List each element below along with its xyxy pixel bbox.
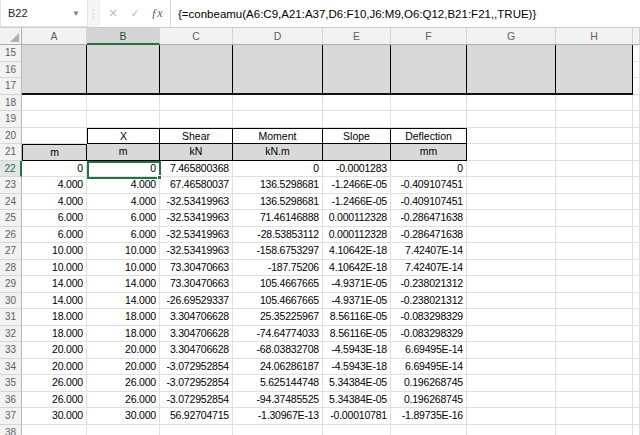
cell-F36[interactable]: 0.196268745	[391, 392, 467, 409]
cell-H28[interactable]	[556, 260, 633, 277]
cell-D16[interactable]	[233, 62, 323, 79]
cell-E19[interactable]	[323, 111, 391, 128]
cell-G32[interactable]	[467, 326, 556, 343]
cell-D24[interactable]: 136.5298681	[233, 194, 323, 211]
row-header-20[interactable]: 20	[0, 128, 22, 145]
cell-H33[interactable]	[556, 342, 633, 359]
column-header-D[interactable]: D	[233, 28, 323, 45]
cell-B33[interactable]: 20.000	[87, 342, 160, 359]
cell-G20[interactable]	[467, 128, 556, 145]
cell-H23[interactable]	[556, 177, 633, 194]
cell-E32[interactable]: 8.56116E-05	[323, 326, 391, 343]
cell-B35[interactable]: 26.000	[87, 375, 160, 392]
formula-bar-input[interactable]: {=conbeamu(A6:C9,A21:A37,D6:F10,J6:M9,O6…	[170, 0, 640, 27]
cell-E23[interactable]: -1.2466E-05	[323, 177, 391, 194]
cell-D28[interactable]: -187.75206	[233, 260, 323, 277]
cell-C16[interactable]	[160, 62, 233, 79]
cell-partial-15[interactable]	[633, 45, 640, 62]
cell-G35[interactable]	[467, 375, 556, 392]
cell-G17[interactable]	[467, 78, 556, 95]
row-header-32[interactable]: 32	[0, 326, 22, 343]
cell-D37[interactable]: -1.30967E-13	[233, 408, 323, 425]
cell-A19[interactable]	[22, 111, 87, 128]
row-header-16[interactable]: 16	[0, 62, 22, 79]
cell-D32[interactable]: -74.64774033	[233, 326, 323, 343]
column-header-B[interactable]: B	[87, 28, 160, 45]
cell-F22[interactable]: 0	[391, 161, 467, 178]
row-header-31[interactable]: 31	[0, 309, 22, 326]
cell-B15[interactable]	[87, 45, 160, 62]
cell-G16[interactable]	[467, 62, 556, 79]
cell-partial-27[interactable]	[633, 243, 640, 260]
cell-F32[interactable]: -0.083298329	[391, 326, 467, 343]
cell-E16[interactable]	[323, 62, 391, 79]
cell-D30[interactable]: 105.4667665	[233, 293, 323, 310]
cell-partial-37[interactable]	[633, 408, 640, 425]
cell-F15[interactable]	[391, 45, 467, 62]
cell-A35[interactable]: 26.000	[22, 375, 87, 392]
cell-C37[interactable]: 56.92704715	[160, 408, 233, 425]
cell-F26[interactable]: -0.286471638	[391, 227, 467, 244]
cell-partial-36[interactable]	[633, 392, 640, 409]
row-header-35[interactable]: 35	[0, 375, 22, 392]
cell-B22[interactable]: 0	[87, 161, 160, 178]
cell-E25[interactable]: 0.000112328	[323, 210, 391, 227]
cell-G15[interactable]	[467, 45, 556, 62]
cell-E17[interactable]	[323, 78, 391, 95]
cell-A16[interactable]	[22, 62, 87, 79]
cell-partial-35[interactable]	[633, 375, 640, 392]
cell-partial-18[interactable]	[633, 95, 640, 112]
cell-D34[interactable]: 24.06286187	[233, 359, 323, 376]
cell-F34[interactable]: 6.69495E-14	[391, 359, 467, 376]
cell-F31[interactable]: -0.083298329	[391, 309, 467, 326]
cell-D35[interactable]: 5.625144748	[233, 375, 323, 392]
cell-C28[interactable]: 73.30470663	[160, 260, 233, 277]
cell-B30[interactable]: 14.000	[87, 293, 160, 310]
cancel-icon[interactable]: ✕	[102, 7, 124, 20]
cell-A31[interactable]: 18.000	[22, 309, 87, 326]
cell-A27[interactable]: 10.000	[22, 243, 87, 260]
cell-G29[interactable]	[467, 276, 556, 293]
cell-A20[interactable]	[22, 128, 87, 145]
cell-A33[interactable]: 20.000	[22, 342, 87, 359]
cell-G36[interactable]	[467, 392, 556, 409]
cell-C17[interactable]	[160, 78, 233, 95]
cell-F29[interactable]: -0.238021312	[391, 276, 467, 293]
column-header-C[interactable]: C	[160, 28, 233, 45]
cell-H36[interactable]	[556, 392, 633, 409]
cell-G30[interactable]	[467, 293, 556, 310]
cell-A32[interactable]: 18.000	[22, 326, 87, 343]
cell-E33[interactable]: -4.5943E-18	[323, 342, 391, 359]
enter-icon[interactable]: ✓	[124, 7, 146, 20]
cell-H35[interactable]	[556, 375, 633, 392]
cell-C27[interactable]: -32.53419963	[160, 243, 233, 260]
cell-partial-16[interactable]	[633, 62, 640, 79]
cell-D22[interactable]: 0	[233, 161, 323, 178]
cell-G25[interactable]	[467, 210, 556, 227]
row-header-25[interactable]: 25	[0, 210, 22, 227]
cell-D23[interactable]: 136.5298681	[233, 177, 323, 194]
cell-F25[interactable]: -0.286471638	[391, 210, 467, 227]
cell-B24[interactable]: 4.000	[87, 194, 160, 211]
cell-partial-19[interactable]	[633, 111, 640, 128]
cell-G24[interactable]	[467, 194, 556, 211]
cell-partial-33[interactable]	[633, 342, 640, 359]
row-header-27[interactable]: 27	[0, 243, 22, 260]
cell-A29[interactable]: 14.000	[22, 276, 87, 293]
cell-E26[interactable]: 0.000112328	[323, 227, 391, 244]
cell-partial-26[interactable]	[633, 227, 640, 244]
cell-E27[interactable]: 4.10642E-18	[323, 243, 391, 260]
cell-G28[interactable]	[467, 260, 556, 277]
column-header-H[interactable]: H	[556, 28, 633, 45]
cell-B18[interactable]	[87, 95, 160, 112]
cell-C35[interactable]: -3.072952854	[160, 375, 233, 392]
cell-F37[interactable]: -1.89735E-16	[391, 408, 467, 425]
cell-B37[interactable]: 30.000	[87, 408, 160, 425]
cell-E24[interactable]: -1.2466E-05	[323, 194, 391, 211]
row-header-28[interactable]: 28	[0, 260, 22, 277]
row-header-37[interactable]: 37	[0, 408, 22, 425]
cell-A26[interactable]: 6.000	[22, 227, 87, 244]
cell-H29[interactable]	[556, 276, 633, 293]
cell-H17[interactable]	[556, 78, 633, 95]
column-header-partial[interactable]	[633, 28, 640, 45]
